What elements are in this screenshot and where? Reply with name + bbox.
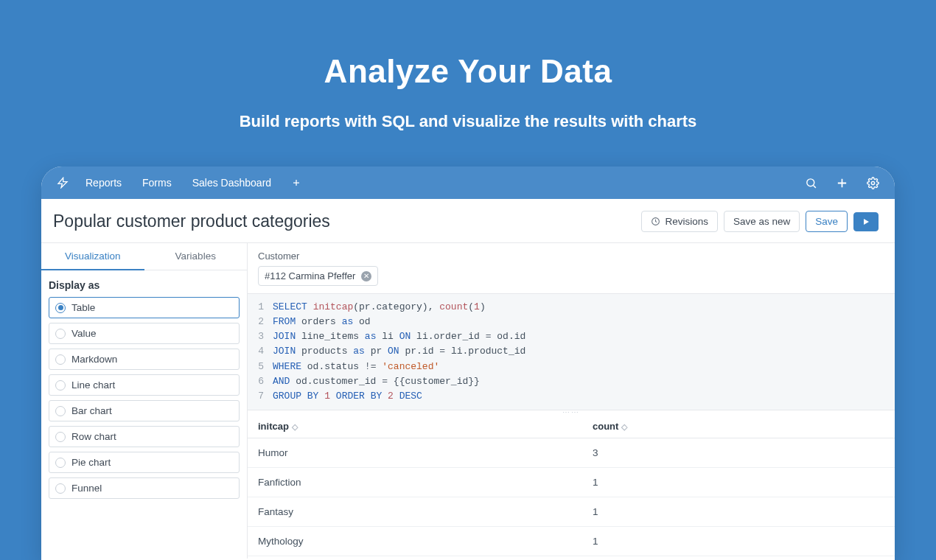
display-option-label: Funnel (71, 483, 102, 494)
display-option-bar-chart[interactable]: Bar chart (49, 400, 240, 421)
sort-icon: ◇ (292, 422, 298, 431)
revisions-button[interactable]: Revisions (641, 211, 718, 232)
topbar: Reports Forms Sales Dashboard (41, 167, 895, 199)
display-option-line-chart[interactable]: Line chart (49, 374, 240, 396)
page-header: Popular customer product categories Revi… (41, 199, 895, 243)
cell-count: 1 (593, 536, 884, 547)
tab-variables[interactable]: Variables (144, 243, 248, 270)
save-as-new-button[interactable]: Save as new (724, 211, 800, 232)
nav-sales-dashboard[interactable]: Sales Dashboard (192, 177, 271, 189)
radio-icon (55, 354, 66, 365)
display-option-label: Table (71, 302, 95, 313)
svg-point-7 (871, 181, 874, 184)
cell-count: 3 (593, 447, 884, 458)
radio-icon (55, 483, 66, 494)
play-icon (862, 217, 870, 226)
nav-reports[interactable]: Reports (85, 177, 122, 189)
table-row[interactable]: Fantasy1 (248, 497, 895, 527)
display-as-label: Display as (49, 279, 240, 291)
display-option-pie-chart[interactable]: Pie chart (49, 452, 240, 473)
nav-forms[interactable]: Forms (142, 177, 172, 189)
tab-visualization[interactable]: Visualization (41, 243, 144, 270)
svg-marker-9 (864, 219, 869, 225)
results-body: Humor3Fanfiction1Fantasy1Mythology1 (248, 438, 895, 556)
param-customer-value: #112 Carmina Pfeffer (265, 270, 355, 281)
page-title: Popular customer product categories (49, 211, 330, 231)
display-option-label: Markdown (71, 354, 117, 365)
top-nav: Reports Forms Sales Dashboard (85, 177, 301, 189)
display-option-label: Row chart (71, 431, 116, 442)
sort-icon: ◇ (621, 422, 627, 431)
display-option-label: Value (71, 328, 97, 339)
column-count[interactable]: count◇ (593, 421, 884, 432)
search-icon[interactable] (803, 175, 818, 190)
app-window: Reports Forms Sales Dashboard Popular cu… (41, 167, 895, 560)
hero-subtitle: Build reports with SQL and visualize the… (240, 112, 697, 131)
nav-add-button[interactable] (292, 178, 301, 187)
radio-icon (55, 458, 66, 468)
run-button[interactable] (853, 212, 879, 231)
clock-icon (651, 217, 660, 226)
display-option-label: Bar chart (71, 405, 112, 416)
display-option-label: Line chart (71, 379, 115, 391)
gear-icon[interactable] (865, 175, 880, 190)
chip-remove-icon[interactable]: ✕ (361, 271, 371, 281)
cell-initcap: Fantasy (258, 506, 593, 517)
display-as-options: TableValueMarkdownLine chartBar chartRow… (49, 297, 240, 499)
cell-initcap: Humor (258, 447, 593, 458)
revisions-label: Revisions (665, 216, 708, 227)
cell-initcap: Mythology (258, 536, 593, 547)
radio-icon (55, 329, 66, 339)
app-logo-icon[interactable] (56, 176, 69, 189)
display-option-table[interactable]: Table (49, 297, 240, 318)
radio-icon (55, 406, 66, 416)
hero-title: Analyze Your Data (324, 53, 612, 90)
display-option-row-chart[interactable]: Row chart (49, 426, 240, 447)
display-option-funnel[interactable]: Funnel (49, 477, 240, 499)
sql-editor[interactable]: 1SELECT initcap(pr.category), count(1)2F… (248, 293, 895, 410)
save-button[interactable]: Save (806, 211, 848, 232)
table-row[interactable]: Fanfiction1 (248, 468, 895, 497)
new-icon[interactable] (834, 175, 849, 190)
radio-icon (55, 432, 66, 442)
svg-marker-0 (58, 178, 67, 187)
sidebar: Visualization Variables Display as Table… (41, 243, 248, 559)
column-initcap[interactable]: initcap◇ (258, 421, 593, 432)
svg-point-3 (806, 178, 814, 186)
display-option-label: Pie chart (71, 457, 111, 468)
cell-initcap: Fanfiction (258, 477, 593, 488)
display-option-value[interactable]: Value (49, 323, 240, 344)
radio-icon (55, 380, 66, 391)
svg-line-4 (813, 185, 815, 187)
main-panel: Customer #112 Carmina Pfeffer ✕ 1SELECT … (248, 243, 895, 559)
param-customer-label: Customer (258, 251, 884, 262)
radio-icon (55, 303, 66, 313)
param-customer-chip[interactable]: #112 Carmina Pfeffer ✕ (258, 266, 378, 286)
table-row[interactable]: Humor3 (248, 438, 895, 468)
results-header: initcap◇ count◇ (248, 415, 895, 438)
display-option-markdown[interactable]: Markdown (49, 349, 240, 370)
cell-count: 1 (593, 506, 884, 517)
table-row[interactable]: Mythology1 (248, 527, 895, 556)
cell-count: 1 (593, 477, 884, 488)
